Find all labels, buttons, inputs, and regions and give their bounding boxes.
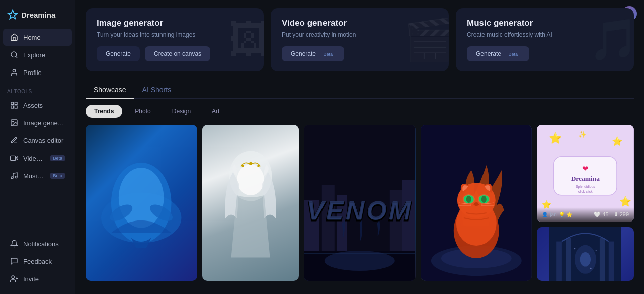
like-stat: 🤍 45 bbox=[594, 211, 608, 218]
sidebar-item-image-gen-label: Image gener... bbox=[23, 119, 65, 127]
elf-image bbox=[202, 125, 299, 281]
venom-art: VENOM VENOM bbox=[304, 125, 416, 281]
svg-text:❤: ❤ bbox=[582, 164, 589, 173]
svg-text:⭐: ⭐ bbox=[612, 136, 623, 147]
ai-tools-label: AI tools bbox=[0, 82, 75, 96]
svg-text:Dreamina: Dreamina bbox=[571, 175, 600, 182]
svg-point-72 bbox=[580, 252, 591, 267]
image-generator-card: 🖼 Image generator Turn your ideas into s… bbox=[86, 8, 264, 71]
tab-ai-shorts[interactable]: AI Shorts bbox=[134, 82, 180, 99]
music-gen-icon bbox=[10, 172, 18, 180]
grid-item-dreamina[interactable]: ⭐ ⭐ ⭐ ⭐ ✨ ❤ Dreamina Splendidious click-… bbox=[537, 125, 634, 222]
dreamina-card-overlay: 👤 jan 💡 ⭐ 🤍 45 ⬇ 299 bbox=[537, 207, 634, 222]
video-generate-button[interactable]: Generate Beta bbox=[282, 46, 344, 61]
grid-item-whale[interactable] bbox=[86, 125, 197, 281]
cat-image bbox=[421, 125, 532, 281]
author-badges: 💡 ⭐ bbox=[559, 212, 573, 217]
sidebar-item-feedback[interactable]: Feedback bbox=[3, 253, 72, 270]
explore-icon bbox=[10, 51, 18, 59]
sidebar-tools-nav: Assets Image gener... Canvas editor Vide… bbox=[0, 96, 75, 185]
grid-item-elf[interactable] bbox=[202, 125, 299, 281]
sidebar-item-profile-label: Profile bbox=[23, 69, 42, 77]
svg-rect-70 bbox=[609, 241, 614, 281]
image-card-bg-icon: 🖼 bbox=[228, 17, 264, 63]
canvas-icon bbox=[10, 136, 18, 144]
svg-text:VENOM: VENOM bbox=[307, 196, 413, 225]
music-btn-beta: Beta bbox=[506, 51, 520, 57]
grid-item-venom[interactable]: VENOM VENOM bbox=[304, 125, 416, 281]
whale-image bbox=[86, 125, 197, 281]
sidebar-item-assets[interactable]: Assets bbox=[3, 97, 72, 114]
svg-point-1 bbox=[11, 52, 17, 57]
sidebar-item-invite[interactable]: Invite bbox=[3, 270, 72, 287]
assets-icon bbox=[10, 101, 18, 109]
svg-rect-4 bbox=[11, 102, 14, 105]
sidebar-item-canvas-label: Canvas editor bbox=[23, 137, 63, 144]
svg-line-2 bbox=[16, 56, 17, 58]
sidebar-main-nav: Home Explore Profile bbox=[0, 28, 75, 82]
svg-point-24 bbox=[249, 162, 252, 165]
filter-design[interactable]: Design bbox=[164, 105, 199, 118]
dreamina-image: ⭐ ⭐ ⭐ ⭐ ✨ ❤ Dreamina Splendidious click-… bbox=[537, 125, 634, 222]
music-gen-beta-badge: Beta bbox=[50, 173, 65, 179]
filter-photo[interactable]: Photo bbox=[126, 105, 159, 118]
author-info: 👤 jan 💡 ⭐ bbox=[542, 212, 572, 217]
sidebar-item-explore[interactable]: Explore bbox=[3, 46, 72, 63]
svg-point-75 bbox=[580, 270, 580, 270]
video-gen-icon bbox=[10, 154, 18, 162]
sidebar-item-notifications[interactable]: Notifications bbox=[3, 235, 72, 252]
invite-icon bbox=[10, 275, 18, 283]
grid-item-cat[interactable] bbox=[421, 125, 532, 281]
svg-text:⭐: ⭐ bbox=[619, 196, 632, 207]
generator-cards: 🖼 Image generator Turn your ideas into s… bbox=[86, 8, 634, 71]
whale-art bbox=[91, 136, 191, 269]
venom-image: VENOM VENOM bbox=[304, 125, 416, 281]
svg-rect-6 bbox=[15, 106, 17, 108]
svg-point-35 bbox=[325, 251, 395, 271]
music-generate-button[interactable]: Generate Beta bbox=[467, 46, 529, 61]
feedback-icon bbox=[10, 257, 18, 265]
sidebar-item-music-gen[interactable]: Music gener... Beta bbox=[3, 167, 72, 184]
svg-marker-10 bbox=[16, 157, 18, 160]
sidebar-item-video-gen[interactable]: Video gener... Beta bbox=[3, 150, 72, 167]
sidebar-item-home[interactable]: Home bbox=[3, 29, 72, 46]
svg-point-76 bbox=[590, 268, 592, 269]
main-content: 0 👤 🖼 Image generator Turn your ideas in… bbox=[75, 0, 644, 294]
svg-point-13 bbox=[15, 176, 17, 178]
svg-rect-11 bbox=[11, 156, 16, 160]
svg-rect-68 bbox=[566, 238, 571, 281]
image-gen-icon bbox=[10, 119, 18, 127]
svg-point-19 bbox=[119, 168, 164, 228]
music-card-bg-icon: 🎵 bbox=[589, 16, 634, 63]
filter-art[interactable]: Art bbox=[203, 105, 228, 118]
bell-icon bbox=[10, 240, 18, 248]
cat-art bbox=[421, 125, 532, 281]
svg-text:⭐: ⭐ bbox=[549, 132, 562, 145]
grid-item-extra[interactable] bbox=[537, 227, 634, 281]
image-generate-button[interactable]: Generate bbox=[97, 46, 140, 61]
sidebar-item-profile[interactable]: Profile bbox=[3, 64, 72, 81]
video-generator-card: 🎬 Video generator Put your creativity in… bbox=[271, 8, 449, 71]
tab-showcase[interactable]: Showcase bbox=[86, 82, 134, 99]
svg-point-50 bbox=[474, 202, 478, 205]
svg-text:✨: ✨ bbox=[578, 130, 587, 139]
svg-rect-69 bbox=[600, 238, 605, 281]
svg-point-74 bbox=[596, 250, 597, 251]
svg-rect-5 bbox=[15, 102, 17, 105]
app-logo: Dreamina bbox=[0, 6, 75, 28]
download-icon: ⬇ bbox=[614, 211, 618, 218]
sidebar-item-canvas[interactable]: Canvas editor bbox=[3, 132, 72, 149]
sidebar-item-feedback-label: Feedback bbox=[23, 258, 52, 265]
svg-point-3 bbox=[13, 69, 15, 72]
filter-trends[interactable]: Trends bbox=[86, 105, 122, 118]
sidebar-item-invite-label: Invite bbox=[23, 275, 39, 283]
author-avatar: 👤 bbox=[542, 212, 548, 217]
sidebar-item-explore-label: Explore bbox=[23, 51, 45, 59]
sidebar-item-assets-label: Assets bbox=[23, 102, 43, 109]
sidebar-item-home-label: Home bbox=[23, 34, 41, 41]
svg-point-49 bbox=[478, 194, 490, 204]
create-on-canvas-button[interactable]: Create on canvas bbox=[145, 46, 210, 61]
sidebar-item-image-gen[interactable]: Image gener... bbox=[3, 114, 72, 131]
svg-point-23 bbox=[237, 164, 264, 195]
video-btn-beta: Beta bbox=[320, 51, 335, 57]
